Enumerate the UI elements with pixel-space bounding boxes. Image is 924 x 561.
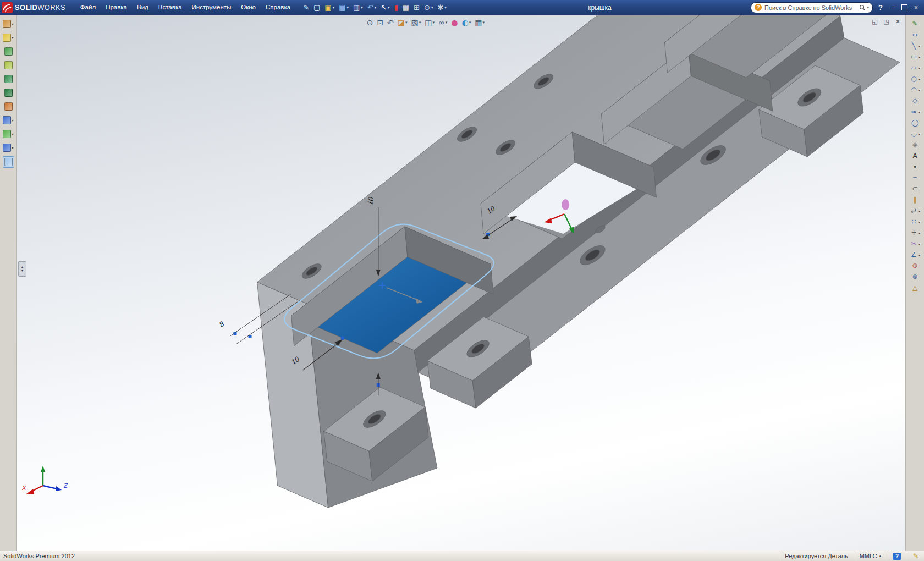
menu-help[interactable]: Справка	[261, 0, 295, 15]
options-button[interactable]: ✱▾	[436, 2, 448, 14]
spline-button[interactable]: ≈▾	[909, 106, 921, 117]
close-document-button[interactable]: ✕	[893, 18, 903, 26]
restore-document-button[interactable]: ◱	[870, 18, 879, 26]
hide-show-items-button[interactable]: ∞▾	[437, 17, 448, 28]
screen-capture-button[interactable]: ▾	[2, 19, 14, 29]
menu-view[interactable]: Вид	[132, 0, 153, 15]
display-relations-button[interactable]: ∠▾	[909, 249, 921, 260]
corner-rectangle-button[interactable]: ▭▾	[909, 51, 921, 62]
file-properties-button[interactable]: ▦	[401, 2, 411, 14]
undo-button[interactable]: ↶▾	[366, 2, 378, 14]
polygon-button[interactable]: ◇	[910, 95, 920, 106]
menu-window[interactable]: Окно	[236, 0, 261, 15]
centerline-button[interactable]: ╌	[910, 172, 920, 183]
measure-button[interactable]: ⊙▾	[422, 2, 435, 14]
search-icon[interactable]	[859, 4, 866, 11]
status-tool-icon[interactable]: ✎	[913, 552, 919, 560]
ellipse-button[interactable]: ◯	[910, 117, 920, 128]
save-button[interactable]: ▤▾	[337, 2, 350, 14]
zoom-to-fit-button[interactable]: ⊙	[366, 17, 375, 28]
open-document-button[interactable]: ▣▾	[323, 2, 336, 14]
new-document-button[interactable]: ▢	[312, 2, 322, 14]
select-flyout-caret-icon[interactable]: ▾	[388, 6, 390, 10]
save-flyout-caret-icon[interactable]: ▾	[346, 6, 349, 10]
menu-file[interactable]: Файл	[75, 0, 101, 15]
mirror-entities-flyout-caret-icon[interactable]: ▾	[919, 209, 920, 213]
spline-tools-flyout-caret-icon[interactable]: ▾	[12, 146, 13, 150]
close-button[interactable]: ×	[910, 3, 922, 13]
feature-tree-splitter-handle[interactable]: ▴▾	[18, 261, 26, 277]
part-body[interactable]	[257, 15, 900, 508]
centerpoint-arc-button[interactable]: ◠▾	[909, 84, 921, 95]
view-settings-flyout-caret-icon[interactable]: ▾	[482, 20, 485, 25]
drawing-template-button[interactable]	[3, 74, 14, 84]
search-options-caret-icon[interactable]: ▾	[867, 6, 870, 10]
linear-sketch-pattern-button[interactable]: ∷▾	[909, 216, 921, 227]
repair-sketch-button[interactable]: ⊕	[910, 260, 920, 271]
section-view-flyout-caret-icon[interactable]: ▾	[405, 20, 408, 25]
corner-rectangle-flyout-caret-icon[interactable]: ▾	[919, 55, 920, 59]
line-button[interactable]: ╲▾	[909, 40, 921, 51]
mirror-entities-button[interactable]: ⇄▾	[909, 205, 921, 216]
active-sketch-tool-button[interactable]	[3, 156, 14, 168]
centerpoint-arc-flyout-caret-icon[interactable]: ▾	[919, 88, 920, 92]
open-document-flyout-caret-icon[interactable]: ▾	[333, 6, 335, 10]
options-flyout-caret-icon[interactable]: ▾	[444, 6, 447, 10]
trim-entities-flyout-caret-icon[interactable]: ▾	[919, 242, 920, 246]
model-canvas[interactable]: 10 10 10 8	[16, 15, 906, 551]
print-flyout-caret-icon[interactable]: ▾	[361, 6, 363, 10]
print-button[interactable]: ▥▾	[351, 2, 365, 14]
display-style-button[interactable]: ◫▾	[424, 17, 436, 28]
assembly-template-button[interactable]	[3, 60, 14, 70]
menu-edit[interactable]: Правка	[101, 0, 132, 15]
sketch-fillet-button[interactable]: ◡▾	[909, 128, 921, 139]
sketch-fillet-flyout-caret-icon[interactable]: ▾	[919, 132, 920, 136]
point-button[interactable]: ∙	[910, 161, 920, 172]
straight-slot-flyout-caret-icon[interactable]: ▾	[919, 66, 920, 70]
part-template-button[interactable]	[3, 46, 14, 57]
selection-filter-button[interactable]: ▾	[2, 115, 14, 125]
new-window-button[interactable]: ▾	[2, 32, 14, 43]
minimize-button[interactable]: –	[887, 3, 899, 13]
apply-scene-button[interactable]: ◐▾	[461, 17, 472, 28]
offset-entities-button[interactable]: ∥	[910, 194, 920, 205]
display-relations-flyout-caret-icon[interactable]: ▾	[919, 253, 920, 257]
trim-entities-button[interactable]: ✂▾	[909, 238, 921, 249]
move-entities-flyout-caret-icon[interactable]: ▾	[919, 231, 920, 235]
help-search-box[interactable]: ? Поиск в Справке по SolidWorks ▾	[751, 2, 873, 13]
search-input[interactable]: Поиск в Справке по SolidWorks	[765, 4, 857, 11]
move-entities-button[interactable]: +▾	[909, 227, 921, 238]
select-button[interactable]: ↖▾	[379, 2, 391, 14]
linear-sketch-pattern-flyout-caret-icon[interactable]: ▾	[919, 220, 920, 224]
instant-2d-button[interactable]: △	[910, 282, 920, 293]
measure-flyout-caret-icon[interactable]: ▾	[431, 6, 433, 10]
pack-and-go-button[interactable]	[3, 101, 14, 112]
units-caret-icon[interactable]: ▴	[879, 554, 881, 558]
quick-tips-help-button[interactable]: ?	[893, 553, 901, 560]
graphics-area[interactable]: ⊙⊡↶◪▾▧▾◫▾∞▾●◐▾▦▾ ◱ ◳ ✕ ▴▾	[16, 15, 906, 551]
smart-select-button[interactable]: ▾	[2, 129, 14, 139]
rapid-sketch-button[interactable]: ⊚	[910, 271, 920, 282]
display-style-flyout-caret-icon[interactable]: ▾	[433, 20, 435, 25]
new-window-flyout-caret-icon[interactable]: ▾	[12, 36, 13, 40]
view-orientation-button[interactable]: ▧▾	[410, 17, 422, 28]
insert-table-button[interactable]: ⊞	[412, 2, 421, 14]
convert-entities-button[interactable]: ⊂	[910, 183, 920, 194]
sketch-button[interactable]: ✎	[910, 18, 920, 29]
screen-capture-flyout-caret-icon[interactable]: ▾	[12, 22, 13, 26]
smart-select-flyout-caret-icon[interactable]: ▾	[12, 132, 13, 136]
edit-appearance-button[interactable]: ●	[450, 17, 459, 28]
publish-edrawings-button[interactable]	[3, 87, 14, 98]
plane-button[interactable]: ◈	[910, 139, 920, 150]
view-settings-button[interactable]: ▦▾	[474, 17, 486, 28]
view-orientation-flyout-caret-icon[interactable]: ▾	[419, 20, 421, 25]
section-view-button[interactable]: ◪▾	[397, 17, 409, 28]
spline-tools-button[interactable]: ▾	[2, 142, 14, 153]
straight-slot-button[interactable]: ▱▾	[909, 62, 921, 73]
undo-flyout-caret-icon[interactable]: ▾	[375, 6, 377, 10]
hide-show-items-flyout-caret-icon[interactable]: ▾	[446, 20, 448, 25]
smart-dimension-button[interactable]: ↔	[910, 29, 920, 40]
apply-scene-flyout-caret-icon[interactable]: ▾	[469, 20, 471, 25]
menu-tools[interactable]: Инструменты	[187, 0, 237, 15]
text-button[interactable]: A	[910, 150, 920, 161]
